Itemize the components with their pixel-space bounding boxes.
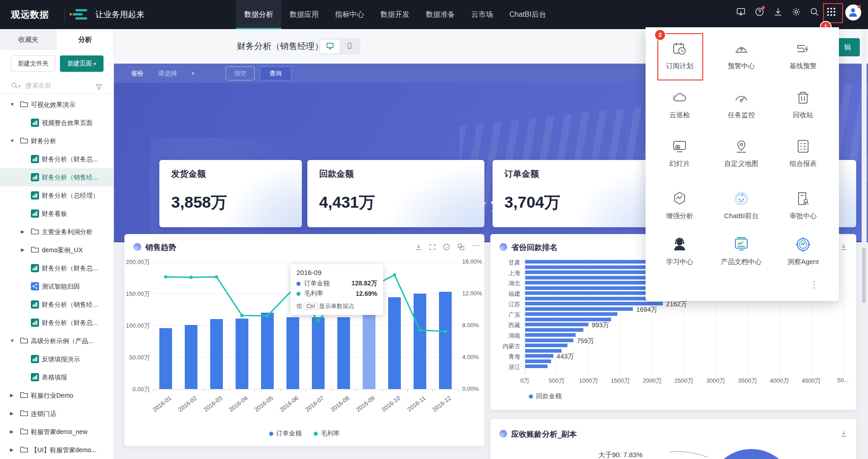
tree-item-测试智能归因[interactable]: 测试智能归因 — [0, 277, 113, 295]
bar-2016-02[interactable] — [185, 325, 197, 389]
legend-item-毛利率[interactable]: 毛利率 — [314, 429, 340, 438]
caret-collapsed-icon[interactable]: ▶ — [21, 223, 25, 241]
sidebar-tab-favorites[interactable]: 收藏夹 — [0, 29, 57, 50]
caret-collapsed-icon[interactable]: ▶ — [10, 404, 14, 423]
caret-collapsed-icon[interactable]: ▶ — [10, 441, 14, 459]
hbar-湖南[interactable] — [525, 333, 576, 337]
hbar-浙江[interactable] — [525, 364, 547, 368]
tree-item-财务分析（销售经...[interactable]: 财务分析（销售经... — [0, 168, 113, 186]
hbar-青海[interactable] — [525, 354, 553, 358]
tree-item-demo案例_UX[interactable]: ▶demo案例_UX — [0, 241, 113, 259]
nav-tab-数据准备[interactable]: 数据准备 — [418, 0, 463, 28]
province-legend[interactable]: 回款金额 — [529, 392, 562, 400]
popup-item-审批中心[interactable]: 审批中心 — [772, 190, 834, 220]
province-select[interactable]: 请选择 — [158, 64, 177, 83]
bar-2016-09[interactable] — [363, 307, 375, 389]
mobile-view-button[interactable] — [340, 40, 359, 53]
new-page-button[interactable]: 新建页面 ▾ — [60, 55, 104, 72]
card-more-icon[interactable]: ⋯ — [472, 240, 480, 249]
tree-item-高级分析示例（产品...[interactable]: ▼高级分析示例（产品... — [0, 332, 113, 350]
hbar-西藏[interactable] — [525, 323, 588, 326]
tree-item-反馈填报演示[interactable]: 反馈填报演示 — [0, 350, 113, 368]
bar-2016-05[interactable] — [261, 313, 274, 389]
edit-button-partial[interactable]: 辑 — [835, 38, 860, 56]
bar-2016-01[interactable] — [159, 328, 172, 389]
popup-item-组合报表[interactable]: 组合报表 — [772, 138, 834, 168]
scrollbar-thumb[interactable] — [862, 248, 866, 303]
popup-item-自定义地图[interactable]: 自定义地图 — [710, 138, 772, 168]
hbar-17[interactable] — [525, 349, 562, 353]
settings-gear-icon[interactable] — [791, 7, 802, 18]
card-fullscreen-icon[interactable] — [429, 243, 437, 251]
popup-item-任务监控[interactable]: 任务监控 — [710, 90, 772, 120]
caret-expanded-icon[interactable]: ▼ — [10, 95, 15, 114]
nav-tab-数据分析[interactable]: 数据分析 — [236, 0, 281, 29]
tree-item-财务分析（总经理）[interactable]: 财务分析（总经理） — [0, 186, 113, 205]
tree-item-财务分析（财务总...[interactable]: 财务分析（财务总... — [0, 259, 113, 277]
hbar-广东[interactable] — [525, 312, 617, 316]
tree-item-可视化效果演示[interactable]: ▼可视化效果演示 — [0, 95, 113, 114]
bar-2016-03[interactable] — [210, 319, 223, 389]
bar-2016-10[interactable] — [388, 297, 401, 389]
avatar[interactable] — [845, 5, 861, 20]
card-info-icon[interactable] — [443, 243, 451, 251]
clear-button[interactable]: 清空 — [226, 66, 255, 80]
tree-item-财务分析（销售经...[interactable]: 财务分析（销售经... — [0, 295, 113, 314]
caret-expanded-icon[interactable]: ▼ — [10, 332, 15, 350]
bar-2016-11[interactable] — [414, 294, 426, 389]
caret-collapsed-icon[interactable]: ▶ — [10, 423, 14, 441]
hbar-内蒙古[interactable] — [525, 344, 567, 347]
nav-tab-数据应用[interactable]: 数据应用 — [281, 0, 327, 28]
cast-screen-icon[interactable] — [735, 7, 746, 18]
bar-2016-12[interactable] — [439, 292, 452, 389]
popup-item-产品文档中心[interactable]: 产品文档中心 — [710, 236, 772, 266]
bar-2016-06[interactable] — [286, 317, 299, 389]
popup-item-回收站[interactable]: 回收站 — [772, 90, 834, 120]
search-icon[interactable] — [809, 7, 820, 18]
bar-2016-07[interactable] — [312, 317, 325, 389]
popup-item-洞察Agent[interactable]: 洞察Agent — [772, 236, 834, 266]
tree-item-财务分析[interactable]: ▼财务分析 — [0, 132, 113, 150]
desktop-view-button[interactable] — [320, 40, 340, 53]
tree-item-财务看板[interactable]: 财务看板 — [0, 205, 113, 223]
caret-collapsed-icon[interactable]: ▶ — [21, 241, 25, 259]
tree-item-鞋服行业Demo[interactable]: ▶鞋服行业Demo — [0, 386, 113, 404]
tree-item-视频整合效果页面[interactable]: 视频整合效果页面 — [0, 114, 113, 132]
hbar-9[interactable] — [525, 307, 633, 311]
tree-item-【UI】鞋服管家demo...[interactable]: ▶【UI】鞋服管家demo... — [0, 441, 113, 459]
card-download-icon[interactable] — [840, 243, 848, 251]
tree-item-主营业务利润分析[interactable]: ▶主营业务利润分析 — [0, 223, 113, 241]
legend-item-回款金额[interactable]: 回款金额 — [529, 392, 562, 400]
popup-item-增强分析[interactable]: 增强分析 — [649, 190, 710, 220]
nav-tab-数据开发[interactable]: 数据开发 — [372, 0, 418, 28]
search-input[interactable]: ▾ 搜索全部 — [11, 82, 103, 94]
chevron-down-icon[interactable]: ▾ — [192, 64, 194, 83]
tree-item-财务分析（财务总...[interactable]: 财务分析（财务总... — [0, 314, 113, 332]
bar-2016-08[interactable] — [337, 317, 350, 389]
hbar-19[interactable] — [525, 359, 551, 363]
tree-item-表格填报[interactable]: 表格填报 — [0, 368, 113, 386]
scrollbar-track[interactable] — [862, 29, 867, 459]
download-icon[interactable] — [773, 7, 784, 18]
query-button[interactable]: 查询 — [260, 66, 291, 80]
popup-item-ChatBI前台[interactable]: ChatBI前台 — [710, 190, 772, 220]
popup-item-云巡检[interactable]: 云巡检 — [649, 90, 710, 120]
card-download-icon[interactable] — [415, 243, 423, 251]
nav-tab-指标中心[interactable]: 指标中心 — [327, 0, 372, 28]
popup-more-icon[interactable]: ⋮ — [810, 279, 819, 290]
hbar-15[interactable] — [525, 339, 573, 342]
bar-2016-04[interactable] — [236, 319, 248, 389]
popup-item-幻灯片[interactable]: 幻灯片 — [649, 138, 710, 168]
tree-item-鞋服管家demo_new[interactable]: ▶鞋服管家demo_new — [0, 423, 113, 441]
caret-expanded-icon[interactable]: ▼ — [10, 132, 15, 150]
sidebar-tab-analysis[interactable]: 分析 — [57, 29, 113, 50]
new-folder-button[interactable]: 新建文件夹 — [11, 55, 55, 72]
filter-funnel-icon[interactable] — [95, 83, 103, 90]
nav-tab-ChatBI后台[interactable]: ChatBI后台 — [501, 0, 554, 28]
aging-pie-chart[interactable] — [708, 449, 794, 459]
popup-item-基线预警[interactable]: 基线预警 — [772, 40, 834, 70]
hbar-13[interactable] — [525, 328, 583, 332]
nav-tab-云市场[interactable]: 云市场 — [463, 0, 501, 28]
caret-collapsed-icon[interactable]: ▶ — [10, 386, 14, 404]
card-download-icon[interactable] — [840, 430, 848, 438]
